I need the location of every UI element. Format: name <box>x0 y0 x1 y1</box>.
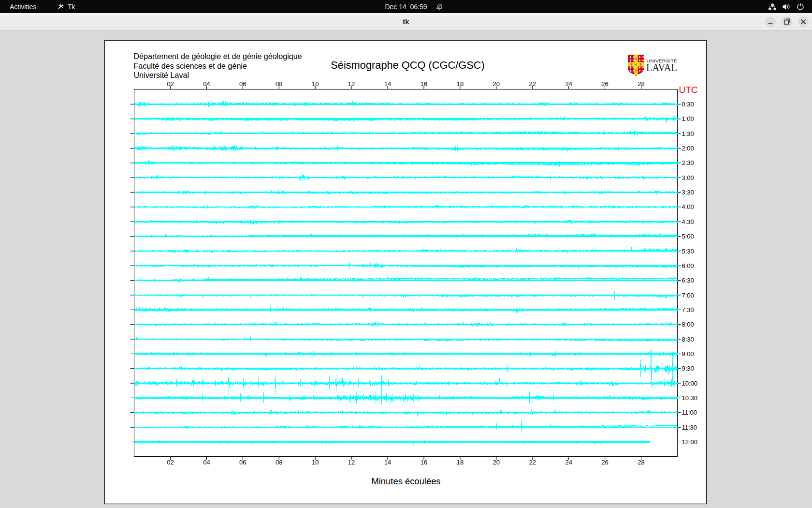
svg-text:10:30: 10:30 <box>682 394 698 402</box>
svg-text:14: 14 <box>384 80 391 88</box>
svg-text:18: 18 <box>457 459 464 466</box>
svg-text:Minutes écoulées: Minutes écoulées <box>371 476 440 486</box>
svg-text:5:30: 5:30 <box>682 248 694 255</box>
svg-text:11:30: 11:30 <box>682 424 697 431</box>
svg-text:02: 02 <box>167 80 174 88</box>
svg-text:08: 08 <box>276 459 282 466</box>
svg-text:06: 06 <box>239 459 246 466</box>
svg-text:Département de géologie et de: Département de géologie et de génie géol… <box>134 52 302 60</box>
svg-text:18: 18 <box>457 80 464 88</box>
svg-text:06: 06 <box>239 80 246 88</box>
svg-text:04: 04 <box>203 459 210 466</box>
svg-text:7:30: 7:30 <box>682 306 694 314</box>
svg-text:11:00: 11:00 <box>682 409 697 416</box>
svg-text:1:30: 1:30 <box>682 130 694 137</box>
svg-text:28: 28 <box>638 80 644 88</box>
svg-text:24: 24 <box>565 459 572 466</box>
svg-text:Université Laval: Université Laval <box>134 71 189 79</box>
svg-text:Séismographe QCQ (CGC/GSC): Séismographe QCQ (CGC/GSC) <box>331 59 485 71</box>
svg-text:Faculté des sciences et de gén: Faculté des sciences et de génie <box>134 61 247 70</box>
svg-text:9:00: 9:00 <box>682 350 694 358</box>
svg-text:20: 20 <box>493 80 500 88</box>
svg-text:4:30: 4:30 <box>682 218 694 225</box>
svg-text:24: 24 <box>565 80 572 88</box>
svg-text:12:00: 12:00 <box>682 438 698 446</box>
svg-text:28: 28 <box>638 459 644 466</box>
svg-text:8:00: 8:00 <box>682 321 694 328</box>
svg-text:04: 04 <box>203 80 210 88</box>
svg-text:26: 26 <box>601 459 608 466</box>
svg-text:6:30: 6:30 <box>682 277 694 284</box>
svg-text:12: 12 <box>348 80 355 88</box>
svg-text:8:30: 8:30 <box>682 336 694 343</box>
svg-text:3:00: 3:00 <box>682 174 694 181</box>
svg-text:3:30: 3:30 <box>682 189 694 196</box>
svg-text:9:30: 9:30 <box>682 365 694 372</box>
svg-text:16: 16 <box>420 459 427 466</box>
svg-text:26: 26 <box>601 80 608 88</box>
svg-text:22: 22 <box>529 80 536 88</box>
svg-text:10:00: 10:00 <box>682 380 698 387</box>
svg-text:1:00: 1:00 <box>682 115 694 122</box>
svg-text:14: 14 <box>384 459 391 466</box>
svg-text:2:00: 2:00 <box>682 145 694 152</box>
svg-text:22: 22 <box>529 459 536 466</box>
svg-text:10: 10 <box>312 80 319 88</box>
svg-text:0:30: 0:30 <box>682 101 694 108</box>
svg-text:UTC: UTC <box>679 85 698 95</box>
svg-text:LAVAL: LAVAL <box>646 61 677 74</box>
svg-text:7:00: 7:00 <box>682 292 694 299</box>
svg-text:10: 10 <box>312 459 319 466</box>
svg-text:02: 02 <box>167 459 174 466</box>
svg-text:16: 16 <box>420 80 427 88</box>
svg-text:08: 08 <box>276 80 282 88</box>
svg-text:2:30: 2:30 <box>682 159 694 166</box>
svg-text:12: 12 <box>348 459 355 466</box>
svg-text:6:00: 6:00 <box>682 262 694 269</box>
svg-text:4:00: 4:00 <box>682 203 694 210</box>
svg-text:20: 20 <box>493 459 500 466</box>
svg-text:5:00: 5:00 <box>682 233 694 240</box>
